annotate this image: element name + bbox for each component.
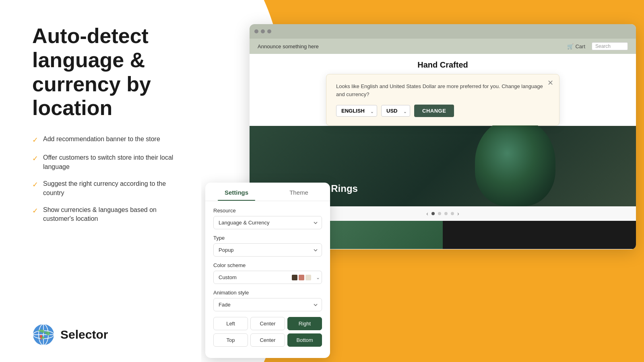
feature-item-2: ✓ Offer customers to switch store into t… [32, 153, 181, 171]
dot-2[interactable] [438, 212, 441, 215]
settings-tabs: Settings Theme [205, 183, 330, 201]
currency-select[interactable]: USD [381, 105, 410, 117]
position-center-v-button[interactable]: Center [250, 333, 285, 347]
browser-topbar [250, 24, 636, 39]
search-placeholder: Search [595, 43, 611, 49]
cart-icon: 🛒 [567, 43, 574, 49]
check-icon-2: ✓ [32, 154, 38, 164]
color-scheme-arrow: ⌄ [314, 275, 322, 280]
browser-dot-yellow [261, 29, 265, 33]
color-scheme-select-wrap[interactable]: Custom ⌄ [213, 271, 322, 284]
browser-dot-green [267, 29, 271, 33]
swatch-3 [305, 275, 311, 280]
color-scheme-field: Color scheme Custom ⌄ [213, 262, 322, 284]
store-announce-bar: Announce something here 🛒 Cart Search [250, 39, 636, 54]
resource-select[interactable]: Language & Currency [213, 216, 322, 229]
main-heading: Auto-detect language & currency by locat… [32, 24, 181, 120]
settings-body: Resource Language & Currency Type Popup … [205, 201, 330, 347]
type-select[interactable]: Popup [213, 243, 322, 257]
cart-label: Cart [575, 43, 585, 49]
animation-label: Animation style [213, 290, 322, 296]
type-field: Type Popup [213, 235, 322, 257]
popup-actions: ENGLISH USD CHANGE [336, 105, 549, 117]
close-popup-button[interactable]: ✕ [547, 78, 553, 87]
swatch-2 [299, 275, 304, 280]
feature-text-3: Suggest the right currency according to … [43, 179, 181, 197]
resource-label: Resource [213, 208, 322, 214]
animation-select[interactable]: Fade [213, 298, 322, 311]
thumbnail-2 [443, 221, 636, 249]
color-scheme-label: Color scheme [213, 262, 322, 268]
change-button[interactable]: CHANGE [414, 105, 454, 117]
brand-name: Selector [60, 328, 108, 341]
color-scheme-value: Custom [214, 271, 289, 284]
prev-arrow[interactable]: ‹ [426, 210, 428, 217]
dot-1[interactable] [431, 212, 435, 215]
color-swatches [289, 275, 314, 280]
position-center-h-button[interactable]: Center [250, 317, 285, 330]
resource-field: Resource Language & Currency [213, 208, 322, 229]
type-label: Type [213, 235, 322, 241]
right-panel: Announce something here 🛒 Cart Search Ha… [201, 0, 644, 362]
horizontal-position-row: Left Center Right [213, 317, 322, 330]
cart-area[interactable]: 🛒 Cart [567, 43, 585, 49]
settings-panel: Settings Theme Resource Language & Curre… [205, 183, 330, 358]
search-box[interactable]: Search [592, 42, 628, 50]
position-right-button[interactable]: Right [287, 317, 322, 330]
currency-select-wrap: USD [381, 105, 410, 117]
position-top-button[interactable]: Top [213, 333, 248, 347]
tab-theme[interactable]: Theme [268, 183, 330, 201]
check-icon-3: ✓ [32, 180, 38, 190]
left-content: Auto-detect language & currency by locat… [32, 24, 181, 224]
features-list: ✓ Add recommendation banner to the store… [32, 135, 181, 224]
brand-logo-icon [32, 323, 55, 346]
swatch-1 [292, 275, 297, 280]
feature-text-4: Show currencies & languages based on cus… [43, 206, 181, 224]
language-select-wrap: ENGLISH [336, 105, 377, 117]
store-title: Hand Crafted [250, 54, 636, 74]
feature-text-1: Add recommendation banner to the store [43, 135, 160, 144]
check-icon-4: ✓ [32, 206, 38, 216]
dot-4[interactable] [451, 212, 454, 215]
vertical-position-row: Top Center Bottom [213, 333, 322, 347]
animation-field: Animation style Fade [213, 290, 322, 311]
feature-text-2: Offer customers to switch store into the… [43, 153, 181, 171]
position-left-button[interactable]: Left [213, 317, 248, 330]
tab-settings[interactable]: Settings [205, 183, 268, 201]
language-popup: ✕ Looks like English and United States D… [326, 74, 559, 125]
feature-item-3: ✓ Suggest the right currency according t… [32, 179, 181, 197]
feature-item-1: ✓ Add recommendation banner to the store [32, 135, 181, 145]
left-panel: Auto-detect language & currency by locat… [0, 0, 201, 362]
position-bottom-button[interactable]: Bottom [287, 333, 322, 347]
feature-item-4: ✓ Show currencies & languages based on c… [32, 206, 181, 224]
announce-text: Announce something here [258, 43, 319, 49]
store-announce-right: 🛒 Cart Search [567, 42, 628, 50]
dot-3[interactable] [444, 212, 448, 215]
brand-row: Selector [32, 323, 181, 346]
language-select[interactable]: ENGLISH [336, 105, 377, 117]
check-icon-1: ✓ [32, 135, 38, 145]
popup-message: Looks like English and United States Dol… [336, 82, 549, 98]
hero-ring [475, 118, 555, 206]
next-arrow[interactable]: › [457, 210, 459, 217]
browser-dot-red [254, 29, 258, 33]
